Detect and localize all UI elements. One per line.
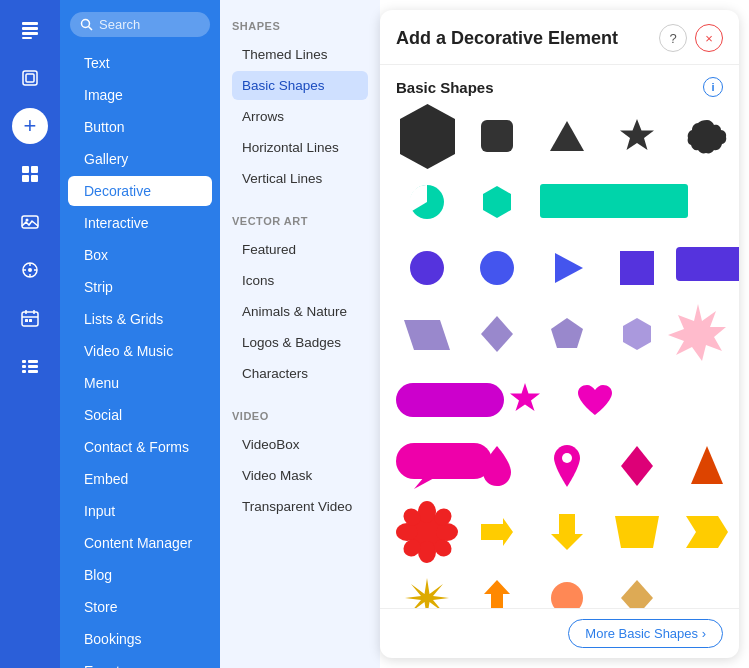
shape-hexagon-large[interactable] (396, 109, 458, 163)
shape-triangle[interactable] (536, 109, 598, 163)
sidebar-item-contact-forms[interactable]: Contact & Forms (68, 432, 212, 462)
sidebar-item-embed[interactable]: Embed (68, 464, 212, 494)
search-bar[interactable] (70, 12, 210, 37)
calendar-icon[interactable] (8, 296, 52, 340)
svg-marker-69 (686, 516, 728, 548)
svg-rect-38 (540, 184, 688, 218)
shape-pin-magenta[interactable] (536, 439, 598, 493)
shape-diamond-magenta[interactable] (606, 439, 668, 493)
shapes-footer: More Basic Shapes › (380, 608, 739, 658)
shape-drop-magenta[interactable] (466, 439, 528, 493)
sidebar-item-strip[interactable]: Strip (68, 272, 212, 302)
sidebar-item-button[interactable]: Button (68, 112, 212, 142)
sidebar-item-content-manager[interactable]: Content Manager (68, 528, 212, 558)
shape-blob[interactable] (676, 109, 738, 163)
shape-grid-row4 (396, 307, 723, 361)
svg-rect-6 (22, 166, 29, 173)
shape-arrow-up-orange[interactable] (466, 571, 528, 608)
shape-rounded-square[interactable] (466, 109, 528, 163)
shape-starburst-pink[interactable] (676, 307, 738, 361)
search-input[interactable] (99, 17, 200, 32)
sidebar-item-events[interactable]: Events (68, 656, 212, 668)
shape-circle-orange[interactable] (536, 571, 598, 608)
category-themed-lines[interactable]: Themed Lines (232, 40, 368, 69)
shape-rectangle-teal[interactable] (536, 175, 598, 229)
category-logos-badges[interactable]: Logos & Badges (232, 328, 368, 357)
sidebar-item-lists-grids[interactable]: Lists & Grids (68, 304, 212, 334)
shape-triangle-magenta[interactable] (676, 439, 738, 493)
category-animals-nature[interactable]: Animals & Nature (232, 297, 368, 326)
sidebar-item-menu[interactable]: Menu (68, 368, 212, 398)
category-horizontal-lines[interactable]: Horizontal Lines (232, 133, 368, 162)
shape-diamond-tan[interactable] (606, 571, 668, 608)
shape-parallelogram[interactable] (396, 307, 458, 361)
shape-star-magenta[interactable] (494, 373, 556, 427)
sidebar-item-interactive[interactable]: Interactive (68, 208, 212, 238)
category-vertical-lines[interactable]: Vertical Lines (232, 164, 368, 193)
shape-hexagon-small[interactable] (466, 175, 528, 229)
svg-marker-41 (555, 253, 583, 283)
shape-flower-red[interactable] (396, 505, 458, 559)
sidebar-item-bookings[interactable]: Bookings (68, 624, 212, 654)
shape-trapezoid-yellow[interactable] (606, 505, 668, 559)
sidebar-item-store[interactable]: Store (68, 592, 212, 622)
sidebar-item-video-music[interactable]: Video & Music (68, 336, 212, 366)
grid-icon[interactable] (8, 152, 52, 196)
add-button[interactable]: + (12, 108, 48, 144)
category-transparent-video[interactable]: Transparent Video (232, 492, 368, 521)
pen-icon[interactable] (8, 248, 52, 292)
sidebar-item-box[interactable]: Box (68, 240, 212, 270)
shape-arrow-right-yellow[interactable] (466, 505, 528, 559)
shape-pentagon[interactable] (536, 307, 598, 361)
shape-chevron-yellow[interactable] (676, 505, 738, 559)
shape-heart[interactable] (564, 373, 626, 427)
shape-grid-row5 (396, 373, 723, 427)
pages-icon[interactable] (8, 8, 52, 52)
sidebar-item-blog[interactable]: Blog (68, 560, 212, 590)
sidebar-item-text[interactable]: Text (68, 48, 212, 78)
category-arrows[interactable]: Arrows (232, 102, 368, 131)
info-icon[interactable]: i (703, 77, 723, 97)
category-characters[interactable]: Characters (232, 359, 368, 388)
list-icon[interactable] (8, 344, 52, 388)
category-basic-shapes[interactable]: Basic Shapes (232, 71, 368, 100)
shape-rounded-rect-magenta[interactable] (396, 373, 458, 427)
svg-rect-28 (22, 370, 26, 373)
shape-pie[interactable] (396, 175, 458, 229)
shape-arrow-down-yellow[interactable] (536, 505, 598, 559)
sidebar-item-decorative[interactable]: Decorative (68, 176, 212, 206)
shape-grid-row8 (396, 571, 723, 608)
shape-grid-row6 (396, 439, 723, 493)
image-icon[interactable] (8, 200, 52, 244)
svg-rect-9 (31, 175, 38, 182)
svg-marker-46 (481, 316, 513, 352)
category-video-mask[interactable]: Video Mask (232, 461, 368, 490)
sidebar-item-image[interactable]: Image (68, 80, 212, 110)
shape-square-indigo[interactable] (606, 241, 668, 295)
shape-speech-bubble-magenta[interactable] (396, 439, 458, 493)
sidebar-item-input[interactable]: Input (68, 496, 212, 526)
shape-circle-purple[interactable] (396, 241, 458, 295)
more-basic-shapes-button[interactable]: More Basic Shapes › (568, 619, 723, 648)
layers-icon[interactable] (8, 56, 52, 100)
sidebar-item-social[interactable]: Social (68, 400, 212, 430)
svg-rect-10 (22, 216, 38, 228)
category-icons[interactable]: Icons (232, 266, 368, 295)
category-featured[interactable]: Featured (232, 235, 368, 264)
shape-play[interactable] (536, 241, 598, 295)
shape-empty-4 (676, 571, 738, 608)
svg-marker-34 (550, 121, 584, 151)
shape-sparkle-gold[interactable] (396, 571, 458, 608)
shape-circle-blue[interactable] (466, 241, 528, 295)
shape-star[interactable] (606, 109, 668, 163)
svg-marker-67 (551, 514, 583, 550)
section-title: Basic Shapes (396, 79, 494, 96)
help-button[interactable]: ? (659, 24, 687, 52)
header-actions: ? × (659, 24, 723, 52)
sidebar-item-gallery[interactable]: Gallery (68, 144, 212, 174)
close-button[interactable]: × (695, 24, 723, 52)
shape-diamond-small[interactable] (466, 307, 528, 361)
category-videobox[interactable]: VideoBox (232, 430, 368, 459)
svg-line-31 (89, 27, 93, 31)
shape-speech-bubble-indigo[interactable] (676, 241, 738, 295)
